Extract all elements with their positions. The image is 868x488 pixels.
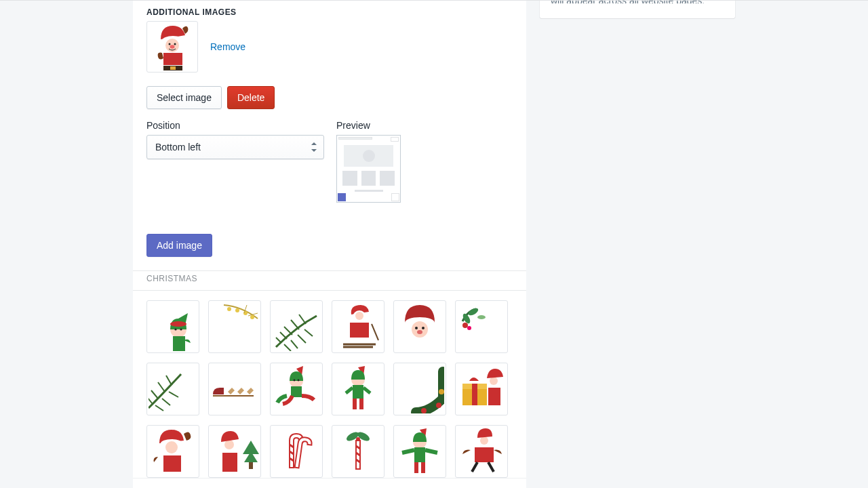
gallery-item-santa-gift[interactable] [455, 363, 508, 415]
svg-point-14 [235, 308, 239, 312]
svg-point-69 [224, 440, 234, 449]
svg-line-20 [291, 320, 299, 329]
svg-rect-66 [163, 455, 181, 472]
svg-point-38 [477, 315, 486, 319]
svg-point-65 [165, 441, 178, 453]
additional-images-section: ADDITIONAL IMAGES [133, 1, 526, 270]
svg-line-45 [169, 392, 178, 397]
svg-rect-7 [170, 66, 176, 70]
svg-line-42 [166, 375, 172, 385]
svg-point-27 [355, 312, 363, 320]
gallery-item-elf-standing[interactable] [332, 363, 384, 415]
svg-rect-12 [173, 336, 185, 351]
svg-line-21 [299, 314, 306, 324]
svg-point-55 [439, 389, 444, 394]
svg-point-86 [480, 436, 488, 445]
svg-line-24 [298, 335, 306, 343]
gallery-item-santa-running[interactable] [455, 425, 508, 478]
svg-rect-84 [421, 462, 425, 473]
gallery-item-branch-corner[interactable] [270, 300, 323, 353]
gallery-item-branch-left[interactable] [146, 363, 199, 415]
svg-rect-47 [291, 386, 302, 397]
svg-line-19 [284, 327, 292, 335]
svg-point-32 [422, 327, 425, 329]
svg-point-30 [412, 321, 428, 338]
svg-line-18 [280, 332, 287, 339]
svg-rect-82 [414, 447, 425, 462]
gallery-item-santa-head[interactable] [393, 300, 446, 353]
svg-line-44 [162, 399, 170, 405]
svg-point-3 [169, 43, 171, 45]
preview-label: Preview [336, 120, 401, 131]
select-image-button[interactable]: Select image [146, 86, 222, 109]
selected-image-thumbnail [146, 21, 198, 73]
position-preview [336, 135, 401, 203]
position-select-wrap[interactable] [146, 135, 324, 159]
info-card-text: will appear across all website pages. [551, 0, 724, 3]
svg-point-61 [490, 377, 498, 385]
gallery-item-santa-skiing[interactable] [332, 300, 384, 353]
svg-line-22 [284, 344, 291, 351]
gallery-item-elf-arms[interactable] [393, 425, 446, 478]
svg-point-37 [467, 326, 471, 330]
svg-point-49 [298, 380, 300, 382]
gallery-item-candy-canes[interactable] [270, 425, 323, 478]
position-select[interactable] [146, 135, 324, 159]
svg-rect-53 [359, 399, 363, 409]
svg-point-56 [421, 408, 427, 413]
position-label: Position [146, 120, 324, 131]
svg-line-25 [304, 329, 313, 336]
svg-point-13 [227, 307, 231, 311]
svg-line-39 [149, 397, 153, 404]
gallery-item-wreath-corner[interactable] [393, 363, 446, 415]
section-title: ADDITIONAL IMAGES [146, 1, 513, 21]
svg-line-43 [155, 405, 163, 411]
gallery-item-santa-tree[interactable] [208, 425, 261, 478]
svg-point-48 [294, 380, 296, 382]
svg-point-5 [170, 45, 175, 49]
svg-point-10 [174, 328, 176, 330]
gallery-section-title: CHRISTMAS [133, 270, 526, 291]
svg-point-11 [180, 328, 182, 330]
svg-point-33 [417, 330, 422, 334]
gallery-item-elf-peek[interactable] [146, 300, 199, 353]
svg-rect-59 [472, 384, 477, 405]
svg-point-31 [415, 327, 418, 329]
info-card: will appear across all website pages. [540, 0, 735, 18]
remove-image-link[interactable]: Remove [210, 41, 245, 52]
gallery-item-elf-sitting[interactable] [270, 363, 323, 415]
svg-rect-52 [353, 399, 357, 409]
svg-point-16 [250, 315, 254, 319]
add-image-button[interactable]: Add image [146, 234, 212, 257]
svg-point-9 [170, 321, 186, 327]
gallery-item-lights-corner[interactable] [208, 300, 261, 353]
svg-point-15 [243, 311, 248, 315]
svg-rect-70 [222, 453, 237, 472]
christmas-gallery [133, 291, 526, 478]
svg-line-17 [276, 338, 281, 343]
svg-rect-83 [414, 462, 418, 473]
svg-rect-62 [488, 388, 500, 405]
gallery-item-santa-wave[interactable] [146, 425, 199, 478]
gallery-item-holly-corner[interactable] [455, 300, 508, 353]
santa-wave-icon [149, 23, 196, 72]
footer-help-text: Choose extra images to place at any posi… [133, 478, 526, 488]
gallery-item-sleigh[interactable] [208, 363, 261, 415]
svg-point-36 [462, 323, 468, 328]
delete-button[interactable]: Delete [227, 86, 275, 109]
svg-point-54 [436, 403, 441, 408]
svg-line-23 [291, 340, 298, 348]
svg-point-4 [174, 43, 176, 45]
svg-rect-67 [249, 462, 253, 469]
svg-line-41 [158, 382, 165, 392]
gallery-item-cane-leaves[interactable] [332, 425, 384, 478]
svg-rect-51 [353, 385, 363, 399]
svg-line-40 [151, 390, 158, 399]
